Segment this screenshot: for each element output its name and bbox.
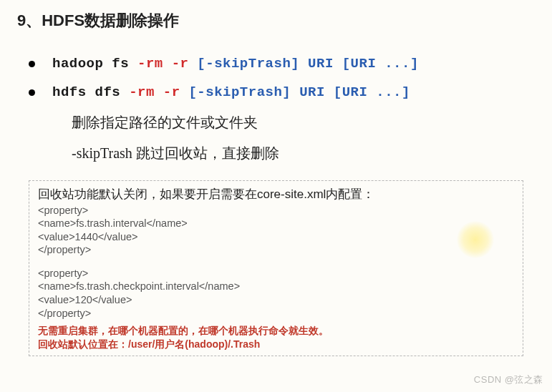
cmd-args: [-skipTrash] URI [URI ...]	[197, 56, 418, 72]
command-text: hdfs dfs -rm -r [-skipTrash] URI [URI ..…	[52, 84, 410, 100]
xml-line: <value>120</value>	[38, 293, 514, 307]
config-intro: 回收站功能默认关闭，如果要开启需要在core-site.xml内配置：	[38, 187, 514, 202]
footnote-line: 无需重启集群，在哪个机器配置的，在哪个机器执行命令就生效。	[38, 324, 514, 338]
cmd-args: [-skipTrash] URI [URI ...]	[188, 84, 410, 100]
xml-line: <property>	[38, 267, 514, 280]
xml-line: </property>	[38, 243, 514, 257]
bullet-icon	[29, 61, 35, 67]
command-list: hadoop fs -rm -r [-skipTrash] URI [URI .…	[29, 56, 538, 100]
config-box: 回收站功能默认关闭，如果要开启需要在core-site.xml内配置： <pro…	[29, 180, 523, 356]
cmd-flags: -rm -r	[137, 56, 197, 72]
description-line: -skipTrash 跳过回收站，直接删除	[72, 144, 538, 163]
footnote: 无需重启集群，在哪个机器配置的，在哪个机器执行命令就生效。 回收站默认位置在：/…	[38, 324, 514, 351]
command-text: hadoop fs -rm -r [-skipTrash] URI [URI .…	[52, 56, 419, 72]
cmd-flags: -rm -r	[129, 84, 188, 100]
bullet-icon	[29, 89, 35, 96]
command-row: hdfs dfs -rm -r [-skipTrash] URI [URI ..…	[29, 84, 538, 100]
xml-line: </property>	[38, 307, 514, 320]
xml-line: <name>fs.trash.interval</name>	[38, 217, 514, 230]
xml-line: <value>1440</value>	[38, 230, 514, 244]
footnote-line: 回收站默认位置在：/user/用户名(hadoop)/.Trash	[38, 338, 514, 351]
section-title: 9、HDFS数据删除操作	[17, 10, 538, 31]
xml-line: <name>fs.trash.checkpoint.interval</name…	[38, 280, 514, 293]
command-row: hadoop fs -rm -r [-skipTrash] URI [URI .…	[29, 56, 538, 72]
cmd-prefix: hadoop fs	[52, 56, 137, 72]
watermark: CSDN @弦之森	[474, 373, 543, 386]
description-line: 删除指定路径的文件或文件夹	[72, 113, 538, 132]
xml-line: <property>	[38, 204, 514, 217]
cmd-prefix: hdfs dfs	[52, 84, 129, 100]
